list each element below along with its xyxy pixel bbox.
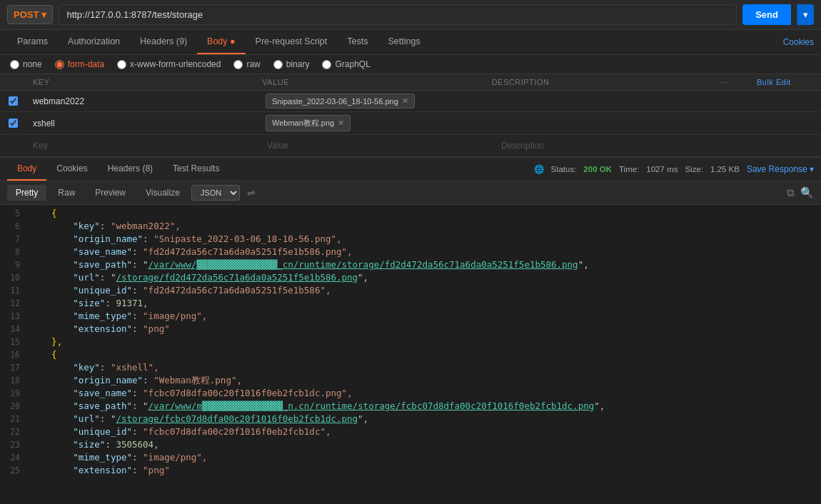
row1-remove-file[interactable]: ✕ (338, 119, 344, 128)
placeholder-value[interactable]: Value (260, 135, 494, 156)
code-line-11: 11 "unique_id": "fd2d472da56c71a6da0a525… (0, 285, 821, 298)
code-area[interactable]: 5 {6 "key": "webman2022",7 "origin_name"… (0, 205, 821, 476)
status-bar: 🌐 Status: 200 OK Time: 1027 ms Size: 1.2… (534, 164, 814, 174)
code-line-16: 16 { (0, 349, 821, 362)
code-line-21: 21 "url": "/storage/fcbc07d8dfa00c20f101… (0, 413, 821, 426)
code-line-6: 6 "key": "webman2022", (0, 221, 821, 233)
tab-tests[interactable]: Tests (337, 30, 378, 54)
send-button[interactable]: Send (742, 4, 791, 25)
view-tab-raw[interactable]: Raw (49, 185, 84, 201)
col-description: DESCRIPTION (492, 78, 721, 86)
tab-authorization[interactable]: Authorization (58, 30, 130, 54)
code-line-23: 23 "size": 3505604, (0, 439, 821, 452)
size-value: 1.25 KB (710, 165, 740, 173)
time-value: 1027 ms (646, 165, 678, 173)
method-dropdown[interactable]: POST ▾ (7, 5, 53, 24)
col-value: VALUE (262, 78, 491, 86)
tab-body[interactable]: Body ● (197, 30, 246, 54)
row0-key: webman2022 (26, 92, 260, 111)
tab-headers[interactable]: Headers (9) (130, 30, 197, 54)
radio-none[interactable]: none (10, 59, 42, 69)
url-input[interactable] (59, 4, 737, 25)
status-value: 200 OK (583, 165, 612, 173)
size-label: Size: (685, 165, 703, 173)
send-dropdown-button[interactable]: ▾ (797, 4, 814, 25)
row0-desc (494, 97, 728, 106)
top-bar: POST ▾ Send ▾ (0, 0, 821, 30)
row1-filename: Webman教程.png (272, 118, 334, 128)
row0-filename: Snipaste_2022-03-06_18-10-56.png (272, 97, 398, 106)
form-data-table: KEY VALUE DESCRIPTION ··· Bulk Edit webm… (0, 74, 821, 158)
code-line-5: 5 { (0, 208, 821, 221)
row0-value: Snipaste_2022-03-06_18-10-56.png ✕ (260, 91, 494, 111)
row0-checkbox[interactable] (9, 96, 18, 106)
row1-checkbox[interactable] (9, 119, 18, 128)
copy-icon[interactable]: ⧉ (787, 186, 795, 199)
view-tab-pretty[interactable]: Pretty (7, 185, 46, 201)
code-line-7: 7 "origin_name": "Snipaste_2022-03-06_18… (0, 233, 821, 246)
code-line-13: 13 "mime_type": "image/png", (0, 311, 821, 323)
btab-test-results[interactable]: Test Results (163, 158, 229, 181)
btab-cookies[interactable]: Cookies (46, 158, 97, 181)
code-line-12: 12 "size": 91371, (0, 298, 821, 311)
col-more: ··· (721, 78, 757, 86)
row0-checkbox-cell[interactable] (0, 92, 26, 110)
radio-form-data[interactable]: form-data (55, 59, 104, 69)
code-line-24: 24 "mime_type": "image/png", (0, 452, 821, 465)
row0-file-tag: Snipaste_2022-03-06_18-10-56.png ✕ (266, 94, 415, 109)
bottom-tab-nav: Body Cookies Headers (8) Test Results 🌐 … (0, 158, 821, 181)
code-line-17: 17 "key": "xshell", (0, 362, 821, 375)
code-line-20: 20 "save_path": "/var/www/m▓▓▓▓▓▓▓▓▓▓▓▓▓… (0, 400, 821, 413)
code-line-14: 14 "extension": "png" (0, 323, 821, 336)
form-placeholder-row: Key Value Description (0, 135, 821, 157)
row1-key: xshell (26, 114, 260, 133)
code-line-10: 10 "url": "/storage/fd2d472da56c71a6da0a… (0, 272, 821, 285)
code-line-22: 22 "unique_id": "fcbc07d8dfa00c20f1016f0… (0, 426, 821, 439)
format-select[interactable]: JSON XML HTML Text (191, 185, 240, 201)
form-table-header: KEY VALUE DESCRIPTION ··· Bulk Edit (0, 74, 821, 91)
view-tabs: Pretty Raw Preview Visualize JSON XML HT… (0, 181, 821, 205)
form-row-1: xshell Webman教程.png ✕ (0, 112, 821, 135)
tab-prerequest[interactable]: Pre-request Script (246, 30, 338, 54)
radio-raw[interactable]: raw (233, 59, 260, 69)
cookies-link[interactable]: Cookies (783, 37, 814, 47)
tab-params[interactable]: Params (7, 30, 58, 54)
search-icon[interactable]: 🔍 (800, 186, 814, 199)
code-line-15: 15 }, (0, 336, 821, 349)
method-chevron: ▾ (41, 9, 46, 20)
placeholder-desc[interactable]: Description (494, 135, 728, 156)
radio-binary[interactable]: binary (273, 59, 310, 69)
col-bulk-edit[interactable]: Bulk Edit (757, 78, 814, 86)
placeholder-key[interactable]: Key (26, 135, 260, 156)
tab-settings[interactable]: Settings (378, 30, 430, 54)
row1-checkbox-cell[interactable] (0, 114, 26, 132)
btab-body[interactable]: Body (7, 158, 46, 181)
globe-icon: 🌐 (534, 164, 544, 174)
col-key: KEY (33, 78, 262, 86)
code-line-19: 19 "save_name": "fcbc07d8dfa00c20f1016f0… (0, 388, 821, 400)
row0-remove-file[interactable]: ✕ (402, 96, 408, 106)
code-line-18: 18 "origin_name": "Webman教程.png", (0, 375, 821, 388)
row1-file-tag: Webman教程.png ✕ (266, 115, 351, 131)
view-tab-visualize[interactable]: Visualize (137, 185, 188, 201)
code-line-25: 25 "extension": "png" (0, 465, 821, 476)
top-tab-nav: Params Authorization Headers (9) Body ● … (0, 30, 821, 55)
save-response-button[interactable]: Save Response ▾ (747, 164, 814, 174)
radio-graphql[interactable]: GraphQL (322, 59, 370, 69)
form-row-0: webman2022 Snipaste_2022-03-06_18-10-56.… (0, 91, 821, 112)
time-label: Time: (619, 165, 639, 173)
body-type-row: none form-data x-www-form-urlencoded raw… (0, 55, 821, 74)
btab-headers[interactable]: Headers (8) (98, 158, 163, 181)
code-line-8: 8 "save_name": "fd2d472da56c71a6da0a5251… (0, 246, 821, 259)
view-actions: ⧉ 🔍 (787, 186, 814, 199)
bottom-section: Body Cookies Headers (8) Test Results 🌐 … (0, 158, 821, 476)
row1-desc (494, 119, 728, 128)
code-line-9: 9 "save_path": "/var/www/▓▓▓▓▓▓▓▓▓▓▓▓▓▓▓… (0, 259, 821, 272)
sort-icon[interactable]: ⇌ (247, 187, 256, 198)
method-label: POST (14, 9, 39, 20)
view-tab-preview[interactable]: Preview (86, 185, 134, 201)
radio-urlencoded[interactable]: x-www-form-urlencoded (117, 59, 221, 69)
row1-value: Webman教程.png ✕ (260, 112, 494, 134)
status-label: Status: (551, 165, 577, 173)
